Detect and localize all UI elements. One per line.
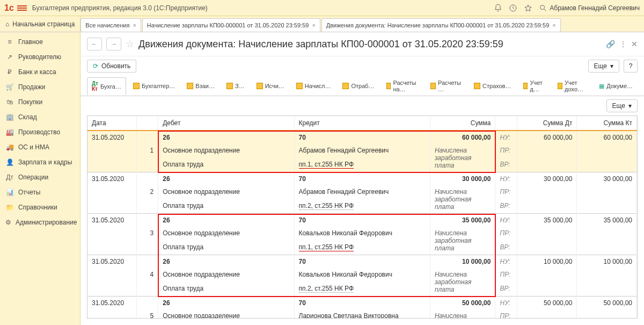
table-row-sub[interactable]: 4Основное подразделениеКовальков Николай… bbox=[87, 268, 637, 282]
link-icon[interactable]: 🔗 bbox=[606, 40, 615, 48]
sidebar-item[interactable]: ₽Банк и касса bbox=[0, 64, 80, 80]
cell-credit-sub: Абрамов Геннадий Сергеевич bbox=[294, 144, 430, 158]
tab-label: Движения документа: Начисление зарплаты … bbox=[326, 22, 549, 28]
sidebar-item[interactable]: 🛍Покупки bbox=[0, 95, 80, 110]
close-icon[interactable]: × bbox=[312, 22, 315, 28]
th-debit[interactable]: Дебет bbox=[158, 116, 294, 131]
table-row-sub2[interactable]: Оплата трудапп.1, ст.255 НК РФВР: bbox=[87, 241, 637, 255]
register-tab[interactable]: Расчеты на… bbox=[382, 76, 424, 96]
history-icon[interactable] bbox=[509, 4, 517, 12]
register-tab[interactable]: Учет д… bbox=[518, 76, 551, 96]
cell-sum: 50 000,00 bbox=[430, 297, 495, 310]
th-date[interactable]: Дата bbox=[87, 116, 136, 131]
cell-sumkt: 10 000,00 bbox=[577, 255, 637, 269]
cell-debit-sub: Основное подразделение bbox=[158, 309, 294, 319]
sidebar-item[interactable]: 🏢Склад bbox=[0, 110, 80, 125]
window-tab[interactable]: Все начисления× bbox=[80, 18, 141, 32]
sidebar-item[interactable]: 📊Отчеты bbox=[0, 185, 80, 200]
hamburger-icon[interactable] bbox=[17, 4, 27, 12]
sidebar-item[interactable]: 🚚ОС и НМА bbox=[0, 140, 80, 155]
cell-flag: НУ: bbox=[495, 131, 517, 144]
cell-sum: 35 000,00 bbox=[430, 214, 495, 227]
cell-sumkt: 60 000,00 bbox=[577, 131, 637, 144]
table-row-sub2[interactable]: Оплата трудапп.2, ст.255 НК РФВР: bbox=[87, 199, 637, 214]
sidebar-item[interactable]: ≡Главное bbox=[0, 34, 80, 49]
register-icon bbox=[430, 83, 436, 89]
cell-sumkt: 50 000,00 bbox=[577, 297, 637, 310]
th-idx[interactable] bbox=[136, 116, 158, 131]
sidebar-label: ОС и НМА bbox=[18, 143, 49, 151]
sidebar: ≡Главное↗Руководителю₽Банк и касса🛒Прода… bbox=[0, 32, 80, 325]
help-button[interactable]: ? bbox=[624, 60, 638, 73]
window-tabs: ⌂ Начальная страница Все начисления×Начи… bbox=[0, 16, 644, 32]
cell-flag: ПР: bbox=[495, 144, 517, 158]
cell-credit-sub2: пп.1, ст.255 НК РФ bbox=[294, 241, 430, 255]
cell-flag: ВР: bbox=[495, 282, 517, 297]
table-row[interactable]: 31.05.2020267030 000,00НУ:30 000,0030 00… bbox=[87, 172, 637, 186]
sidebar-item[interactable]: 👤Зарплата и кадры bbox=[0, 155, 80, 170]
cell-date: 31.05.2020 bbox=[87, 214, 136, 227]
register-tab[interactable]: З… bbox=[222, 79, 250, 92]
more-label: Еще bbox=[594, 62, 607, 70]
table-row[interactable]: 31.05.2020267010 000,00НУ:10 000,0010 00… bbox=[87, 255, 637, 269]
register-tab[interactable]: Начисл… bbox=[291, 79, 336, 92]
table-row-sub[interactable]: 5Основное подразделениеЛарионова Светлан… bbox=[87, 309, 637, 319]
sidebar-item[interactable]: 🏭Производство bbox=[0, 125, 80, 140]
cell-credit: 70 bbox=[294, 131, 430, 144]
register-tab[interactable]: Расчеты … bbox=[426, 76, 467, 96]
sidebar-item[interactable]: ↗Руководителю bbox=[0, 49, 80, 64]
sidebar-icon: 👤 bbox=[5, 158, 14, 167]
bell-icon[interactable] bbox=[494, 4, 502, 12]
cell-idx: 3 bbox=[136, 227, 158, 241]
cell-debit-sub: Основное подразделение bbox=[158, 185, 294, 199]
favorite-icon[interactable]: ☆ bbox=[126, 38, 134, 50]
table-row-sub[interactable]: 1Основное подразделениеАбрамов Геннадий … bbox=[87, 144, 637, 158]
table-row-sub2[interactable]: Оплата трудапп.1, ст.255 НК РФВР: bbox=[87, 158, 637, 172]
sidebar-item[interactable]: ДтОперации bbox=[0, 170, 80, 185]
register-tab[interactable]: Учет дохо… bbox=[553, 76, 592, 96]
register-tab[interactable]: Отраб… bbox=[338, 79, 379, 92]
table-row-sub[interactable]: 2Основное подразделениеАбрамов Геннадий … bbox=[87, 185, 637, 199]
user-block[interactable]: Абрамов Геннадий Сергеевич bbox=[539, 4, 640, 12]
register-tab[interactable]: ▦Докуме… bbox=[594, 79, 638, 93]
close-icon[interactable]: × bbox=[133, 22, 136, 28]
cell-date: 31.05.2020 bbox=[87, 172, 136, 186]
cell-flag: ПР: bbox=[495, 309, 517, 319]
nav-back-button[interactable]: ← bbox=[87, 38, 102, 50]
cell-sumdt: 10 000,00 bbox=[517, 255, 577, 269]
home-tab[interactable]: ⌂ Начальная страница bbox=[0, 16, 80, 32]
table-row-sub[interactable]: 3Основное подразделениеКовальков Николай… bbox=[87, 227, 637, 241]
window-tab[interactable]: Начисление зарплаты КП00-000001 от 31.05… bbox=[142, 18, 320, 32]
cell-flag: ПР: bbox=[495, 185, 517, 199]
star-icon[interactable] bbox=[524, 4, 532, 12]
th-sumdt[interactable]: Сумма Дт bbox=[517, 116, 577, 131]
table-row[interactable]: 31.05.2020267060 000,00НУ:60 000,0060 00… bbox=[87, 131, 637, 144]
close-icon[interactable]: × bbox=[552, 22, 555, 28]
table-more-button[interactable]: Еще ▾ bbox=[606, 99, 638, 112]
th-sumkt[interactable]: Сумма Кт bbox=[577, 116, 637, 131]
table-row[interactable]: 31.05.2020267050 000,00НУ:50 000,0050 00… bbox=[87, 297, 637, 310]
close-page-icon[interactable]: ✕ bbox=[631, 40, 638, 48]
kebab-icon[interactable]: ⋮ bbox=[619, 40, 627, 48]
sidebar-item[interactable]: ⚙Администрирование bbox=[0, 215, 80, 230]
register-tab[interactable]: Страхов… bbox=[469, 79, 516, 92]
th-credit[interactable]: Кредит bbox=[294, 116, 430, 131]
th-sum[interactable]: Сумма bbox=[430, 116, 495, 131]
logo: 1c bbox=[4, 3, 14, 13]
register-tab[interactable]: ДтКтБухга… bbox=[87, 77, 126, 95]
refresh-button[interactable]: ⟳ Обновить bbox=[87, 60, 136, 73]
window-tab[interactable]: Движения документа: Начисление зарплаты … bbox=[321, 18, 561, 32]
table-row[interactable]: 31.05.2020267035 000,00НУ:35 000,0035 00… bbox=[87, 214, 637, 227]
cell-credit-sub2: пп.2, ст.255 НК РФ bbox=[294, 199, 430, 214]
th-flag[interactable] bbox=[495, 116, 517, 131]
register-tab[interactable]: Исчи… bbox=[252, 79, 289, 92]
register-tab[interactable]: Взаи… bbox=[182, 79, 219, 92]
table-row-sub2[interactable]: Оплата трудапп.2, ст.255 НК РФВР: bbox=[87, 282, 637, 297]
sidebar-item[interactable]: 🛒Продажи bbox=[0, 80, 80, 95]
more-button[interactable]: Еще ▾ bbox=[588, 60, 619, 73]
register-tab[interactable]: Бухгалтер… bbox=[128, 79, 180, 92]
cell-flag: НУ: bbox=[495, 172, 517, 186]
sidebar-item[interactable]: 📁Справочники bbox=[0, 200, 80, 215]
nav-forward-button[interactable]: → bbox=[106, 38, 121, 50]
cell-debit-sub: Основное подразделение bbox=[158, 268, 294, 282]
